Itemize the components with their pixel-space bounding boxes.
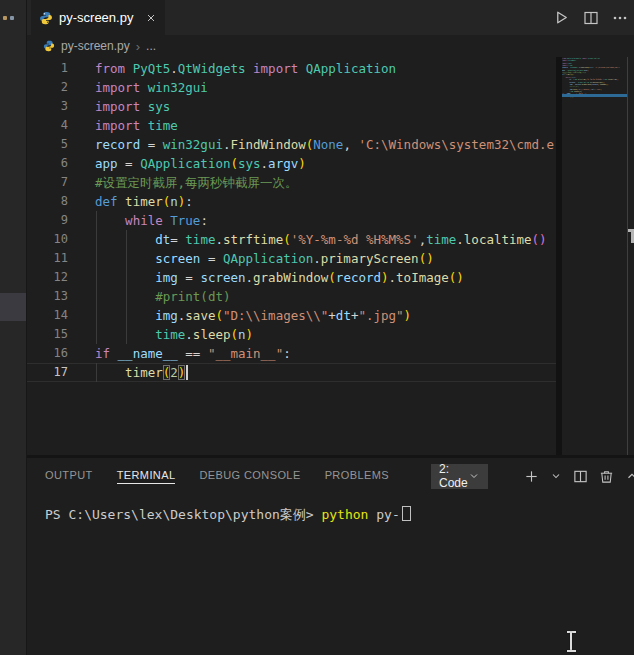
code-text: img.save("D:\\images\\"+dt+".jpg") [95,306,411,325]
chevron-up-icon[interactable] [625,469,634,483]
left-edge-dot [10,16,14,20]
line-number: 4 [27,116,68,135]
breadcrumb: py-screen.py › ... [27,35,572,57]
ellipsis-icon[interactable] [612,10,628,26]
tab-py-screen[interactable]: py-screen.py [31,0,165,35]
terminal-command: python [321,507,368,522]
code-line[interactable]: 9 while True: [27,211,556,230]
python-icon [39,11,53,25]
line-number: 1 [27,59,68,78]
chevron-down-icon [468,470,480,482]
line-number: 12 [27,268,68,287]
bottom-panel: OUTPUT TERMINAL DEBUG CONSOLE PROBLEMS 2… [27,458,634,655]
terminal-typed-text: py- [376,507,399,522]
code-line[interactable]: 14 img.save("D:\\images\\"+dt+".jpg") [27,306,556,325]
tab-output[interactable]: OUTPUT [45,469,93,484]
editor-tab-bar: py-screen.py [27,0,634,35]
code-line[interactable]: 5record = win32gui.FindWindow(None, 'C:\… [27,135,556,154]
breadcrumb-file[interactable]: py-screen.py [61,39,130,53]
code-line[interactable]: 12 img = screen.grabWindow(record).toIma… [27,268,556,287]
terminal-cursor [402,506,411,521]
code-line[interactable]: 3import sys [27,97,556,116]
code-text: #print(dt) [95,287,230,306]
terminal-selector[interactable]: 2: Code [431,464,488,489]
line-number: 10 [27,230,68,249]
code-text: if __name__ == "__main__": [95,344,291,363]
code-text: img = screen.grabWindow(record).toImage(… [95,268,464,287]
chevron-right-icon: › [136,39,140,54]
breadcrumb-more[interactable]: ... [146,39,156,53]
code-text: screen = QApplication.primaryScreen() [95,249,434,268]
panel-header: OUTPUT TERMINAL DEBUG CONSOLE PROBLEMS 2… [27,458,634,494]
code-editor[interactable]: 1from PyQt5.QtWidgets import QApplicatio… [27,57,556,455]
overview-ruler-divider [627,57,628,455]
code-line[interactable]: 15 time.sleep(n) [27,325,556,344]
code-line[interactable]: 1from PyQt5.QtWidgets import QApplicatio… [27,59,556,78]
code-text: app = QApplication(sys.argv) [95,154,306,173]
split-editor-icon[interactable] [583,10,599,26]
python-icon [43,40,55,52]
text-cursor [186,365,188,380]
vscode-window: py-screen.py [0,0,634,655]
left-edge-dot [3,16,7,20]
line-number: 17 [27,363,68,382]
chevron-down-icon[interactable] [550,470,562,482]
terminal-prompt: PS C:\Users\lex\Desktop\python案例> [45,507,314,522]
code-line[interactable]: 17 timer(2) [27,363,556,382]
code-text: import win32gui [95,78,208,97]
tab-title: py-screen.py [59,10,133,25]
plus-icon[interactable] [524,469,539,484]
line-number: 3 [27,97,68,116]
code-text: import sys [95,97,170,116]
editor-actions [553,0,628,35]
code-line[interactable]: 2import win32gui [27,78,556,97]
tab-terminal[interactable]: TERMINAL [117,469,176,484]
terminal-content[interactable]: PS C:\Users\lex\Desktop\python案例> python… [45,506,411,524]
code-lines: 1from PyQt5.QtWidgets import QApplicatio… [27,59,556,382]
line-number: 5 [27,135,68,154]
code-line[interactable]: 7#设置定时截屏,每两秒钟截屏一次。 [27,173,556,192]
code-text: import time [95,116,178,135]
panel-actions [524,469,634,484]
line-number: 11 [27,249,68,268]
overview-ruler-mark [628,229,634,243]
line-number: 7 [27,173,68,192]
tab-problems[interactable]: PROBLEMS [325,469,389,484]
split-terminal-icon[interactable] [573,469,588,484]
code-text: #设置定时截屏,每两秒钟截屏一次。 [95,173,298,192]
code-line[interactable]: 8def timer(n): [27,192,556,211]
line-number: 6 [27,154,68,173]
tab-debug-console[interactable]: DEBUG CONSOLE [199,469,300,484]
line-number: 8 [27,192,68,211]
code-text: def timer(n): [95,192,193,211]
code-text: timer(2) [95,363,188,382]
line-number: 15 [27,325,68,344]
code-line[interactable]: 11 screen = QApplication.primaryScreen() [27,249,556,268]
line-number: 16 [27,344,68,363]
terminal-selector-value: 2: Code [439,462,468,490]
minimap[interactable]: from PyQt5.QtWidgets import QApplication… [562,57,627,455]
line-number: 2 [27,78,68,97]
code-line[interactable]: 6app = QApplication(sys.argv) [27,154,556,173]
code-line[interactable]: 16if __name__ == "__main__": [27,344,556,363]
left-edge-selection-band [0,293,26,321]
left-window-edge [0,0,27,655]
code-line[interactable]: 13 #print(dt) [27,287,556,306]
code-line[interactable]: 10 dt= time.strftime('%Y-%m-%d %H%M%S',t… [27,230,556,249]
code-text: from PyQt5.QtWidgets import QApplication [95,59,396,78]
code-text: while True: [95,211,208,230]
close-icon[interactable] [145,12,157,24]
minimap-active-line-highlight [562,94,627,97]
code-text: dt= time.strftime('%Y-%m-%d %H%M%S',time… [95,230,547,249]
minimap-code: from PyQt5.QtWidgets import QApplication… [562,57,627,97]
code-text: time.sleep(n) [95,325,253,344]
line-number: 14 [27,306,68,325]
line-number: 13 [27,287,68,306]
code-text: record = win32gui.FindWindow(None, 'C:\W… [95,135,554,154]
play-icon[interactable] [553,9,570,26]
line-number: 9 [27,211,68,230]
code-line[interactable]: 4import time [27,116,556,135]
trash-icon[interactable] [599,469,614,484]
